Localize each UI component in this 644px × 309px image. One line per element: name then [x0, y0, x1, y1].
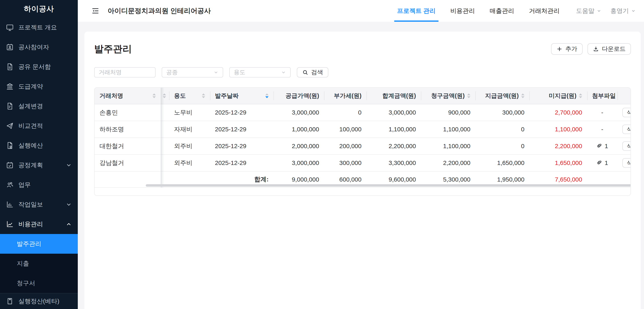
column-header-vat: 부가세(원) — [324, 88, 366, 104]
sidebar-item-shared-docs[interactable]: 공유 문서함 — [0, 57, 78, 77]
tab-sales-management[interactable]: 매출관리 — [482, 0, 522, 22]
total-cell: 3,000,000 — [366, 104, 421, 121]
usage-cell: 노무비 — [169, 104, 210, 121]
sidebar-item-compare-quote[interactable]: 비교견적 — [0, 116, 78, 136]
delete-button[interactable]: 삭제 — [622, 125, 631, 134]
sidebar-item-cost-management[interactable]: 비용관리 — [0, 214, 78, 234]
sidebar-item-label: 비용관리 — [18, 220, 66, 228]
billed-cell: 1,100,000 — [421, 121, 475, 138]
delete-button[interactable]: 삭제 — [622, 158, 631, 168]
billed-cell: 2,200,000 — [421, 155, 475, 171]
supply-cell: 3,000,000 — [274, 155, 324, 171]
bookmark-icon — [6, 297, 14, 305]
horizontal-scrollbar[interactable] — [146, 184, 631, 187]
unpaid-cell: 1,650,000 — [529, 155, 587, 171]
sidebar-item-label: 비교견적 — [18, 122, 72, 130]
vat-cell: 200,000 — [324, 138, 366, 155]
table-row: 대한철거 외주비 2025-12-29 2,000,000 200,000 2,… — [94, 138, 631, 155]
search-button[interactable]: 검색 — [297, 67, 328, 78]
chevron-down-icon — [66, 162, 72, 168]
paid-cell: 0 — [475, 138, 529, 155]
total-cell: 2,200,000 — [366, 138, 421, 155]
vat-cell: 0 — [324, 104, 366, 121]
sidebar-item-tasks[interactable]: 업무 — [0, 175, 78, 195]
bank-icon — [6, 82, 14, 91]
total-cell: 3,300,000 — [366, 155, 421, 171]
sort-icon — [202, 93, 205, 98]
attachment-cell: - — [587, 121, 618, 138]
column-header-usage[interactable]: 용도 — [169, 88, 210, 104]
participant-badge-icon — [6, 43, 14, 51]
sort-icon — [163, 93, 166, 98]
sidebar-item-order-management[interactable]: 발주관리 — [0, 234, 78, 254]
top-nav-tabs: 프로젝트 관리 비용관리 매출관리 거래처관리 — [390, 0, 567, 22]
column-header-hidden-trade[interactable] — [161, 88, 169, 104]
top-bar: 아이디문정치과의원 인테리어공사 프로젝트 관리 비용관리 매출관리 거래처관리… — [78, 0, 644, 22]
sidebar-item-design-change[interactable]: 설계변경 — [0, 96, 78, 116]
help-label: 도움말 — [576, 7, 594, 15]
sidebar-item-exec-settlement-beta[interactable]: 실행정산(베타) — [0, 293, 78, 309]
unpaid-cell: 2,200,000 — [529, 138, 587, 155]
sidebar-item-label: 실행정산(베타) — [18, 297, 72, 305]
download-button[interactable]: 다운로드 — [588, 43, 631, 55]
sidebar-item-label: 설계변경 — [18, 102, 72, 110]
supply-cell: 1,000,000 — [274, 121, 324, 138]
table-row: 강남철거 외주비 2025-12-29 3,000,000 300,000 3,… — [94, 155, 631, 171]
sidebar-collapse-button[interactable] — [91, 6, 100, 15]
paid-cell: 1,650,000 — [475, 155, 529, 171]
column-header-attachment: 첨부파일 — [587, 88, 618, 104]
column-header-vendor[interactable]: 거래처명 — [94, 88, 161, 104]
column-header-order-date[interactable]: 발주날짜 — [210, 88, 274, 104]
sidebar-item-invoice[interactable]: 청구서 — [0, 273, 78, 293]
send-icon — [6, 122, 14, 130]
usage-cell: 자재비 — [169, 121, 210, 138]
date-cell: 2025-12-29 — [210, 104, 274, 121]
trade-filter-select[interactable]: 공종 — [162, 67, 223, 78]
sidebar-item-label: 공유 문서함 — [18, 63, 72, 71]
people-icon — [6, 181, 14, 189]
column-header-billed-amount[interactable]: 청구금액(원) — [421, 88, 475, 104]
sub-item-label: 지출 — [17, 259, 29, 268]
chevron-down-icon — [281, 70, 286, 75]
sidebar-item-project-overview[interactable]: 프로젝트 개요 — [0, 18, 78, 37]
vendor-cell: 하하조명 — [94, 121, 161, 138]
attachment-link[interactable]: 1 — [592, 159, 612, 166]
document-stamp-icon — [6, 141, 14, 150]
document-edit-icon — [6, 102, 14, 110]
sidebar-item-schedule[interactable]: 공정계획 — [0, 155, 78, 175]
sidebar: 하이공사 프로젝트 개요 공사참여자 공유 문서함 도급계약 — [0, 0, 78, 309]
column-header-supply-amount: 공급가액(원) — [274, 88, 324, 104]
filter-bar: 공종 용도 검색 — [94, 67, 631, 78]
delete-button[interactable]: 삭제 — [622, 108, 631, 117]
add-button[interactable]: 추가 — [551, 43, 582, 55]
delete-button[interactable]: 삭제 — [622, 141, 631, 151]
attachment-link[interactable]: 1 — [592, 143, 612, 150]
project-title: 아이디문정치과의원 인테리어공사 — [108, 6, 211, 16]
supply-cell: 3,000,000 — [274, 104, 324, 121]
calendar-check-icon — [6, 161, 14, 169]
sort-icon — [579, 93, 582, 98]
column-header-total-amount: 합계금액(원) — [366, 88, 421, 104]
column-header-paid-amount[interactable]: 지급금액(원) — [475, 88, 529, 104]
table-footer — [94, 187, 630, 195]
sidebar-item-expense[interactable]: 지출 — [0, 254, 78, 273]
tab-cost-management[interactable]: 비용관리 — [443, 0, 482, 22]
vendor-filter-input[interactable] — [99, 69, 151, 76]
tab-project-management[interactable]: 프로젝트 관리 — [390, 0, 443, 22]
sort-icon — [521, 93, 524, 98]
sidebar-item-label: 작업일보 — [18, 200, 66, 209]
sidebar-item-exec-budget[interactable]: 실행예산 — [0, 136, 78, 155]
sidebar-item-daily-report[interactable]: 작업일보 — [0, 195, 78, 214]
user-menu[interactable]: 홍영기 — [610, 7, 636, 15]
search-icon — [302, 69, 308, 75]
sidebar-item-contract[interactable]: 도급계약 — [0, 77, 78, 96]
column-header-unpaid-amount[interactable]: 미지급(원) — [529, 88, 587, 104]
sidebar-item-participants[interactable]: 공사참여자 — [0, 37, 78, 57]
sidebar-item-label: 실행예산 — [18, 141, 72, 150]
total-cell: 1,100,000 — [366, 121, 421, 138]
help-menu[interactable]: 도움말 — [576, 7, 602, 15]
user-name: 홍영기 — [610, 7, 629, 15]
usage-filter-select[interactable]: 용도 — [229, 67, 291, 78]
tab-vendor-management[interactable]: 거래처관리 — [522, 0, 567, 22]
date-cell: 2025-12-29 — [210, 121, 274, 138]
